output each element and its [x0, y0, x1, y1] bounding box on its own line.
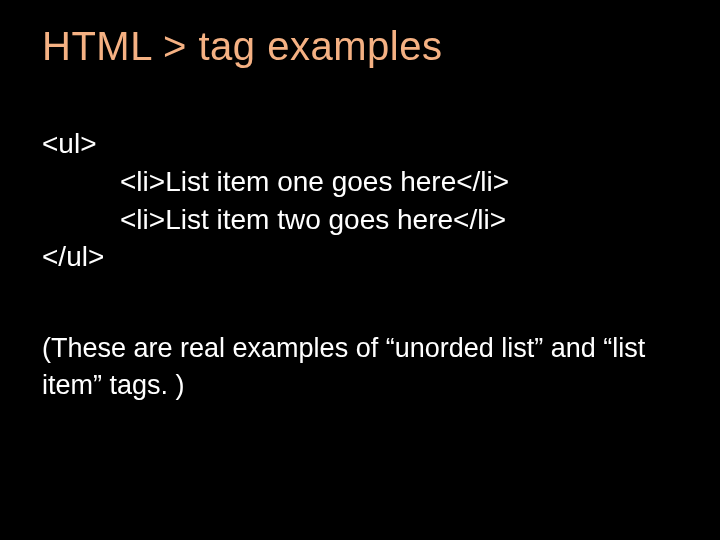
code-line-li-one: <li>List item one goes here</li> [42, 163, 678, 201]
slide: HTML > tag examples <ul> <li>List item o… [0, 0, 720, 540]
note-line-1: (These are real examples of “unorded lis… [42, 330, 678, 366]
code-line-li-two: <li>List item two goes here</li> [42, 201, 678, 239]
code-example: <ul> <li>List item one goes here</li> <l… [42, 125, 678, 276]
note-text: (These are real examples of “unorded lis… [42, 330, 678, 403]
code-line-close-ul: </ul> [42, 238, 678, 276]
code-line-open-ul: <ul> [42, 125, 678, 163]
slide-title: HTML > tag examples [42, 24, 678, 69]
note-line-2: item” tags. ) [42, 367, 678, 403]
